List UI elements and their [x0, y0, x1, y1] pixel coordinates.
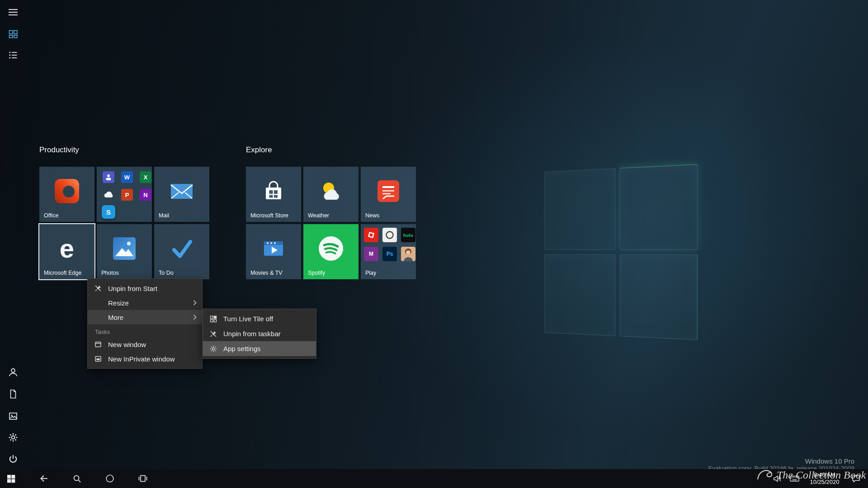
unpin-taskbar-icon — [209, 330, 217, 338]
tile-microsoft-edge[interactable]: e Microsoft Edge — [39, 224, 94, 279]
tile-to-do[interactable]: To Do — [154, 224, 209, 279]
user-icon — [8, 367, 19, 378]
menu-item-label: New window — [108, 341, 197, 348]
store-bag-icon — [246, 167, 301, 216]
clock-date: 10/25/2020 — [810, 479, 839, 486]
menu-item-label: App settings — [223, 345, 311, 352]
settings-button[interactable] — [3, 428, 23, 447]
documents-button[interactable] — [3, 385, 23, 404]
menu-item-label: More — [108, 314, 193, 321]
pinned-tiles-button[interactable] — [3, 24, 23, 43]
tile-photos[interactable]: Photos — [97, 224, 152, 279]
roblox-mini-icon — [364, 228, 378, 242]
tile-mail[interactable]: Mail — [154, 167, 209, 222]
clock[interactable]: 8:40 AM 10/25/2020 — [803, 469, 846, 488]
tile-label: To Do — [159, 270, 174, 276]
cortana-circle-icon — [105, 474, 115, 483]
chevron-right-icon — [193, 300, 197, 305]
tile-label: Microsoft Store — [250, 212, 288, 219]
chevron-right-icon — [193, 314, 197, 320]
tile-spotify[interactable]: Spotify — [303, 224, 359, 279]
tile-office-folder[interactable]: W X P N S — [97, 167, 152, 222]
search-button[interactable] — [66, 469, 88, 488]
tile-grid: Microsoft Store Weather News Movies & TV — [246, 167, 416, 279]
tile-microsoft-store[interactable]: Microsoft Store — [246, 167, 301, 222]
tile-label: Weather — [308, 212, 329, 219]
user-account-button[interactable] — [3, 363, 23, 382]
hamburger-icon — [8, 7, 18, 17]
all-apps-button[interactable] — [3, 46, 23, 65]
tile-label: News — [365, 212, 379, 219]
group-title: Explore — [246, 145, 416, 155]
onenote-mini-icon: N — [140, 189, 151, 201]
tile-news[interactable]: News — [361, 167, 416, 222]
system-tray: 8:40 AM 10/25/2020 — [769, 469, 868, 488]
tile-office[interactable]: Office — [39, 167, 94, 222]
menu-item-label: New InPrivate window — [108, 355, 197, 363]
tile-movies-tv[interactable]: Movies & TV — [246, 224, 301, 279]
touch-keyboard-button[interactable] — [786, 469, 803, 488]
start-button[interactable] — [0, 469, 22, 488]
onenote-glyph: N — [143, 192, 147, 198]
menu-item-new-window[interactable]: New window — [88, 337, 202, 352]
document-icon — [8, 389, 18, 399]
menu-item-more[interactable]: More — [88, 310, 202, 324]
powerpoint-glyph: P — [125, 192, 129, 198]
action-center-button[interactable] — [846, 469, 865, 488]
tile-label: Movies & TV — [250, 270, 283, 276]
news-icon — [361, 167, 416, 216]
portrait-photo-icon — [401, 247, 415, 261]
watermark-edition: Windows 10 Pro — [708, 457, 854, 465]
gear-icon — [209, 345, 217, 352]
tile-play-folder[interactable]: hulu M Ps Play — [361, 224, 416, 279]
all-apps-list-icon — [9, 51, 18, 60]
live-tile-icon — [209, 315, 217, 323]
search-icon — [72, 474, 82, 483]
volume-button[interactable] — [769, 469, 786, 488]
powerpoint-mini-icon: P — [121, 189, 133, 201]
photoshop-mini-icon: Ps — [382, 247, 397, 261]
power-button[interactable] — [3, 450, 23, 469]
onedrive-mini-icon — [103, 189, 114, 201]
back-arrow-icon — [39, 474, 49, 483]
more-submenu: Turn Live Tile off Unpin from taskbar Ap… — [203, 309, 316, 359]
skype-mini-icon: S — [102, 205, 115, 219]
menu-item-label: Resize — [108, 299, 193, 307]
tile-weather[interactable]: Weather — [303, 167, 359, 222]
tile-label: Office — [44, 212, 58, 219]
pictures-button[interactable] — [3, 407, 23, 426]
task-view-button[interactable] — [132, 469, 154, 488]
windows-logo-icon — [7, 474, 15, 483]
power-icon — [8, 454, 19, 465]
word-mini-icon: W — [121, 171, 133, 183]
tile-label: Spotify — [308, 270, 325, 276]
group-explore: Explore Microsoft Store Weather News — [246, 145, 416, 279]
tile-grid: Office W X P N S — [39, 167, 209, 279]
menu-item-resize[interactable]: Resize — [88, 296, 202, 310]
menu-item-new-inprivate-window[interactable]: New InPrivate window — [88, 352, 202, 366]
menu-item-app-settings[interactable]: App settings — [203, 341, 316, 356]
tile-label: Microsoft Edge — [44, 270, 81, 276]
start-screen-fullscreen: Productivity Office — [0, 0, 868, 488]
action-center-icon — [851, 474, 861, 483]
expand-menu-button[interactable] — [3, 3, 23, 22]
task-view-icon — [138, 474, 148, 483]
edge-icon: e — [39, 224, 94, 273]
menu-item-label: Turn Live Tile off — [223, 315, 311, 323]
photos-icon — [97, 224, 152, 273]
app-mini-icon — [382, 228, 397, 242]
hulu-glyph: hulu — [403, 233, 413, 238]
tasks-section-header: Tasks — [88, 324, 202, 337]
menu-item-unpin-from-start[interactable]: Unpin from Start — [88, 281, 202, 296]
menu-item-turn-live-tile-off[interactable]: Turn Live Tile off — [203, 311, 316, 326]
back-button[interactable] — [33, 469, 55, 488]
menu-item-unpin-from-taskbar[interactable]: Unpin from taskbar — [203, 326, 316, 341]
weather-sun-cloud-icon — [303, 167, 359, 216]
excel-mini-icon: X — [140, 171, 151, 183]
skype-glyph: S — [106, 208, 111, 216]
cortana-button[interactable] — [99, 469, 121, 488]
folder-app-icons: hulu M Ps — [364, 228, 415, 261]
pinned-tiles-icon — [9, 29, 18, 39]
word-glyph: W — [124, 174, 130, 181]
todo-check-icon — [154, 224, 209, 273]
